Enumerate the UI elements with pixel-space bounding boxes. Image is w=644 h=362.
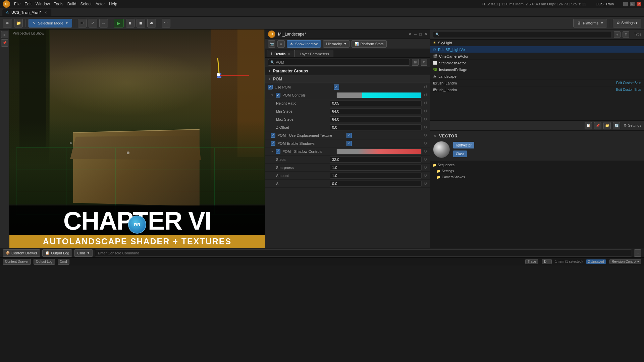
- height-ratio-reset-button[interactable]: ↺: [424, 101, 427, 106]
- file-tree-camerashakes[interactable]: 📁 CameraShakes: [430, 174, 644, 180]
- light-vector-badge[interactable]: lightVector: [453, 142, 474, 148]
- shadow-controls-color-value[interactable]: [336, 148, 422, 155]
- max-steps-reset-button[interactable]: ↺: [424, 117, 427, 122]
- pause-button[interactable]: ⏸: [126, 19, 135, 27]
- height-ratio-input[interactable]: 0.05: [330, 100, 422, 106]
- grid-view-button[interactable]: ⊞: [412, 59, 419, 66]
- stop-button[interactable]: ⏹: [137, 19, 145, 27]
- max-steps-input[interactable]: 64.0: [330, 116, 422, 122]
- min-steps-reset-button[interactable]: ↺: [424, 109, 427, 114]
- menu-window[interactable]: Window: [36, 2, 50, 6]
- viewport[interactable]: CHAPTER VI RR AUTOLANDSCAPE SHADER + TEX…: [9, 29, 265, 248]
- menu-actor[interactable]: Actor: [96, 2, 105, 6]
- selection-mode-button[interactable]: ↖ Selection Mode ▼: [29, 19, 72, 27]
- use-pom-checkbox[interactable]: ✓: [268, 85, 273, 89]
- pom-controls-checkbox[interactable]: ✓: [276, 93, 280, 98]
- sidebar-hamburger-button[interactable]: ≡: [1, 31, 8, 38]
- pom-controls-reset-button[interactable]: ↺: [424, 93, 427, 98]
- shadow-controls-expand-arrow[interactable]: ▼: [271, 150, 274, 153]
- edit-custombrus1-link[interactable]: Edit CustomBrus: [616, 81, 641, 85]
- transform-button[interactable]: ↔: [99, 19, 108, 27]
- pom-section-header[interactable]: ▼ POM: [265, 75, 430, 83]
- status-output-log[interactable]: Output Log: [34, 259, 55, 265]
- outliner-item-skylight[interactable]: ☀ SkyLight: [430, 40, 644, 46]
- use-displacement-checkbox[interactable]: ✓: [271, 133, 275, 138]
- z-offset-input[interactable]: 0.0: [330, 124, 422, 130]
- pom-controls-expand-arrow[interactable]: ▼: [271, 94, 274, 97]
- steps-input[interactable]: 32.0: [330, 157, 422, 163]
- menu-tools[interactable]: Tools: [54, 2, 63, 6]
- shadow-controls-reset-button[interactable]: ↺: [424, 149, 427, 154]
- search-box[interactable]: 🔍 POM: [268, 59, 410, 66]
- outliner-item-cinecamera[interactable]: 🎬 CineCameraActor: [430, 53, 644, 60]
- outliner-search[interactable]: 🔍: [433, 31, 612, 38]
- trace-button[interactable]: Trace: [525, 259, 538, 264]
- icon-bar-button-4[interactable]: 🔄: [613, 122, 620, 129]
- details-tab[interactable]: ℹ Details ✕: [267, 50, 295, 57]
- panel-minimize-button[interactable]: ─: [414, 32, 417, 36]
- menu-edit[interactable]: Edit: [24, 2, 32, 6]
- menu-select[interactable]: Select: [80, 2, 91, 6]
- menu-file[interactable]: File: [14, 2, 20, 6]
- revision-control-button[interactable]: Revision Control ▾: [609, 259, 641, 264]
- sidebar-pin-button[interactable]: 📌: [1, 39, 8, 47]
- sharpness-input[interactable]: 1.0: [330, 165, 422, 171]
- platform-stats-button[interactable]: 📊 Platform Stats: [352, 40, 386, 48]
- vector-close-button[interactable]: ✕: [433, 134, 436, 138]
- panel-close-x-button[interactable]: ✕: [409, 32, 412, 36]
- amount-reset-button[interactable]: ↺: [424, 173, 427, 178]
- hierarchy-button[interactable]: Hierarchy ▼: [323, 40, 350, 48]
- level-tab[interactable]: 🗁 UCS_Train_Main* ✕: [2, 9, 51, 16]
- settings-button[interactable]: ⚙ Settings ▾: [613, 19, 641, 27]
- use-pom-reset-button[interactable]: ↺: [424, 84, 427, 89]
- settings-icon-text[interactable]: ⚙ Settings: [624, 123, 641, 128]
- camera-view-button[interactable]: 📷: [268, 40, 275, 48]
- enable-shadows-reset-button[interactable]: ↺: [424, 141, 427, 146]
- play-button[interactable]: ▶: [114, 19, 124, 27]
- console-submit-button[interactable]: →: [634, 249, 641, 257]
- panel-maximize-button[interactable]: □: [419, 32, 422, 36]
- z-offset-reset-button[interactable]: ↺: [424, 125, 427, 130]
- details-tab-close-icon[interactable]: ✕: [288, 52, 290, 56]
- create-button[interactable]: ⊕: [3, 19, 12, 27]
- outliner-settings-button[interactable]: ⚙: [623, 31, 629, 38]
- platforms-button[interactable]: 🖥 Platforms ▼: [573, 19, 607, 27]
- use-displacement-value-checkbox[interactable]: ✓: [346, 133, 352, 138]
- use-displacement-reset-button[interactable]: ↺: [424, 133, 427, 138]
- enable-shadows-checkbox[interactable]: ✓: [271, 141, 275, 146]
- file-tree-settings[interactable]: 📁 Settings: [430, 168, 644, 174]
- min-steps-input[interactable]: 64.0: [330, 108, 422, 114]
- use-pom-value-checkbox[interactable]: ✓: [334, 84, 339, 90]
- outliner-item-brush2[interactable]: lBrush_Landm Edit CustomBrus: [430, 86, 644, 93]
- status-content-drawer[interactable]: Content Drawer: [3, 259, 31, 265]
- description-button[interactable]: D...: [542, 259, 552, 264]
- properties-view-button[interactable]: ≡: [277, 40, 285, 48]
- class-badge[interactable]: Class: [453, 150, 467, 157]
- content-browser-button[interactable]: 📁: [14, 19, 23, 27]
- show-inactive-button[interactable]: 👁 Show Inactive: [287, 40, 321, 48]
- output-log-button[interactable]: 📋 Output Log: [42, 249, 72, 257]
- outliner-item-staticmesh[interactable]: ⬜ StaticMeshActor: [430, 60, 644, 66]
- outliner-item-instancedfoliage[interactable]: 🌿 InstancedFoliage: [430, 66, 644, 73]
- outliner-add-button[interactable]: +: [614, 31, 621, 38]
- content-drawer-button[interactable]: 📦 Content Drawer: [3, 249, 40, 257]
- file-tree-sequences[interactable]: 📁 Sequences: [430, 162, 644, 168]
- icon-bar-button-1[interactable]: 📋: [585, 122, 592, 129]
- outliner-item-brush1[interactable]: lBrush_Landm Edit CustomBrus: [430, 80, 644, 86]
- more-options-button[interactable]: ⋯: [162, 19, 170, 27]
- maximize-button[interactable]: □: [630, 2, 635, 6]
- close-button[interactable]: ✕: [637, 2, 641, 6]
- a-reset-button[interactable]: ↺: [424, 181, 427, 186]
- unsaved-badge[interactable]: 2 Unsaved: [586, 259, 606, 264]
- snap-options-button[interactable]: ⤢: [89, 19, 97, 27]
- icon-bar-button-3[interactable]: 📁: [603, 122, 611, 129]
- sharpness-reset-button[interactable]: ↺: [424, 165, 427, 170]
- outliner-item-bp-lightvector[interactable]: ⬡ Edit BP_LightVe: [430, 46, 644, 53]
- panel-settings-button[interactable]: ⚙: [421, 59, 427, 66]
- steps-reset-button[interactable]: ↺: [424, 157, 427, 162]
- panel-close-button[interactable]: ✕: [424, 32, 427, 36]
- a-input[interactable]: 0.0: [330, 181, 422, 187]
- grid-snap-button[interactable]: ⊞: [78, 19, 87, 27]
- minimize-button[interactable]: ─: [623, 2, 628, 6]
- layer-params-tab[interactable]: Layer Parameters: [296, 50, 333, 57]
